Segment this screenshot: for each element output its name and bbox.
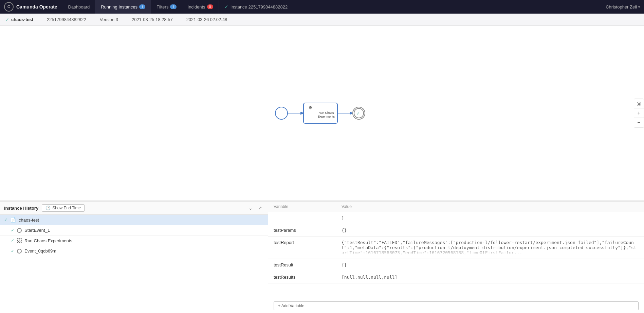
zoom-controls: ◎ + − [634,99,644,128]
variables-panel: Variable Value } testParams {} testRepor… [268,202,644,313]
history-item-chaos-test[interactable]: ✓ 📄 chaos-test [0,215,268,225]
col-value-header: Value [342,204,639,209]
item-check-icon-start: ✓ [11,228,14,233]
nav-running-label: Running Instances [101,4,137,10]
start-event [275,107,288,119]
nav-dashboard-label: Dashboard [68,4,90,10]
nav-item-running[interactable]: Running Instances 1 [95,0,151,14]
nav-user-name: Christopher Zell [606,4,637,10]
run-chaos-label: Run Chaos Experiments [24,238,72,243]
instance-end-time: 2021-03-26 02:02:48 [186,17,227,22]
top-nav: C Camunda Operate Dashboard Running Inst… [0,0,644,14]
var-val-testresults: [null,null,null,null] [342,275,639,280]
start-event-label: StartEvent_1 [24,228,50,233]
show-end-time-label: Show End Time [52,206,81,210]
nav-user-chevron-icon: ▾ [638,5,640,9]
task-label-line1: Run Chaos [318,111,334,115]
variable-row-testresults: testResults [null,null,null,null] [268,271,644,283]
nav-incidents-badge: 0 [207,4,213,9]
bpmn-diagram: ⚙ Run Chaos Experiments ✓ [268,93,376,134]
item-check-icon-chaos: ✓ [4,218,7,222]
chaos-test-label: chaos-test [19,218,39,223]
var-name-testparams: testParams [274,228,342,233]
nav-item-filters[interactable]: Filters 1 [151,0,182,14]
nav-item-incidents[interactable]: Incidents 0 [182,0,219,14]
end-event-check: ✓ [356,111,360,116]
nav-running-badge: 1 [139,4,145,9]
history-panel: Instance History 🕐 Show End Time ⌄ ↗ ✓ 📄… [0,202,268,313]
var-val-testparams: {} [342,228,639,233]
nav-instance: ✓ Instance 2251799844882822 [219,0,293,14]
var-name-testresults: testResults [274,275,342,280]
variable-row-testreport: testReport {"testResult":"FAILED","failu… [268,237,644,259]
end-event-circle-icon [17,249,22,254]
var-name-testreport: testReport [274,240,342,245]
bottom-split: Instance History 🕐 Show End Time ⌄ ↗ ✓ 📄… [0,201,644,313]
item-check-icon-end: ✓ [11,249,14,254]
instance-end-item: 2021-03-26 02:02:48 [186,17,241,22]
logo-icon: C [4,2,14,12]
zoom-out-button[interactable]: − [634,118,644,127]
instance-id-item: 2251799844882822 [47,17,100,22]
variable-row-testparams: testParams {} [268,224,644,237]
var-val-testreport: {"testResult":"FAILED","failureMessages"… [342,240,639,255]
nav-filters-badge: 1 [170,4,176,9]
start-event-circle-icon [17,228,22,233]
nav-item-dashboard[interactable]: Dashboard [63,0,96,14]
history-item-run-chaos[interactable]: ✓ 🖼 Run Chaos Experiments [0,236,268,246]
logo[interactable]: C Camunda Operate [4,2,63,12]
clock-icon: 🕐 [45,206,51,210]
instance-status-icon: ✓ [5,17,9,22]
task-icon-history: 🖼 [17,238,22,243]
add-variable-label: + Add Variable [278,303,305,308]
file-icon: 📄 [10,217,16,223]
history-item-end-event[interactable]: ✓ Event_0qcb69m [0,246,268,256]
instance-start-item: 2021-03-25 18:28:57 [132,17,186,22]
nav-filters-label: Filters [157,4,168,10]
instance-name-item: ✓ chaos-test [5,17,47,22]
variables-table: Variable Value } testParams {} testRepor… [268,202,644,299]
var-val-0: } [342,215,639,221]
instance-check-icon: ✓ [224,4,228,10]
zoom-in-button[interactable]: + [634,108,644,118]
history-item-start-event[interactable]: ✓ StartEvent_1 [0,225,268,236]
history-panel-controls: ⌄ ↗ [247,204,264,212]
end-event-label: Event_0qcb69m [24,248,56,254]
variable-row-0: } [268,212,644,224]
panel-expand-button[interactable]: ↗ [256,204,264,212]
var-name-testresult: testResult [274,262,342,267]
task-icon: ⚙ [309,105,312,110]
main-content: ⚙ Run Chaos Experiments ✓ ◎ [0,26,644,313]
instance-bar: ✓ chaos-test 2251799844882822 Version 3 … [0,14,644,26]
instance-name: chaos-test [11,17,33,22]
variables-header: Variable Value [268,202,644,212]
diagram-area[interactable]: ⚙ Run Chaos Experiments ✓ ◎ [0,26,644,201]
history-title: Instance History [4,206,38,211]
history-list: ✓ 📄 chaos-test ✓ StartEvent_1 ✓ 🖼 Run Ch… [0,215,268,313]
nav-incidents-label: Incidents [188,4,205,10]
logo-text: Camunda Operate [16,4,57,10]
variable-row-testresult: testResult {} [268,259,644,271]
task-label-line2: Experiments [317,115,335,118]
panel-minimize-button[interactable]: ⌄ [247,204,254,212]
add-variable-button[interactable]: + Add Variable [274,301,639,310]
instance-version-item: Version 3 [100,17,132,22]
item-check-icon-run: ✓ [11,238,14,243]
nav-user[interactable]: Christopher Zell ▾ [606,4,640,10]
bpmn-canvas: ⚙ Run Chaos Experiments ✓ [0,26,644,201]
history-header: Instance History 🕐 Show End Time ⌄ ↗ [0,202,268,215]
instance-id: 2251799844882822 [47,17,86,22]
nav-instance-label: Instance 2251799844882822 [231,4,288,10]
col-variable-header: Variable [274,204,342,209]
zoom-reset-button[interactable]: ◎ [634,99,644,108]
var-val-testresult: {} [342,262,639,267]
instance-version: Version 3 [100,17,118,22]
instance-start-time: 2021-03-25 18:28:57 [132,17,173,22]
show-end-time-button[interactable]: 🕐 Show End Time [42,204,85,212]
